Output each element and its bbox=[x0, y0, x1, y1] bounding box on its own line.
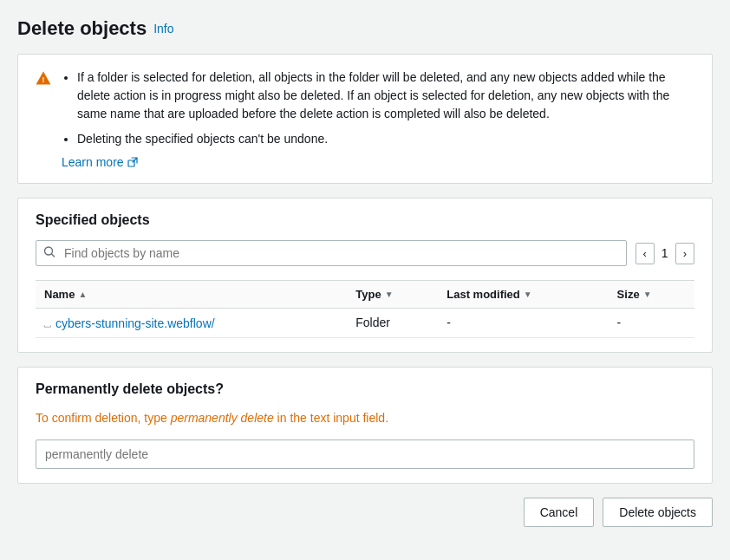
page-title: Delete objects bbox=[17, 17, 147, 40]
size-sort-icon bbox=[643, 290, 652, 299]
folder-name: cybers-stunning-site.webflow/ bbox=[55, 316, 215, 330]
type-sort-icon bbox=[385, 290, 394, 299]
col-last-modified[interactable]: Last modified bbox=[438, 281, 608, 309]
cell-last-modified: - bbox=[438, 309, 608, 338]
warning-box: ! If a folder is selected for deletion, … bbox=[36, 68, 694, 169]
next-page-button[interactable]: › bbox=[675, 243, 694, 264]
page-header: Delete objects Info bbox=[17, 17, 713, 40]
search-row: ‹ 1 › bbox=[36, 240, 694, 266]
name-sort-icon bbox=[78, 290, 87, 299]
cell-type: Folder bbox=[347, 309, 438, 338]
svg-text:!: ! bbox=[42, 75, 45, 84]
pagination-controls: ‹ 1 › bbox=[635, 243, 694, 264]
confirm-input[interactable] bbox=[36, 440, 694, 469]
confirm-text: To confirm deletion, type permanently de… bbox=[36, 409, 694, 427]
warning-icon: ! bbox=[36, 70, 51, 88]
folder-link[interactable]: ⎵ cybers-stunning-site.webflow/ bbox=[44, 316, 215, 330]
info-link[interactable]: Info bbox=[153, 22, 173, 36]
warning-content: If a folder is selected for deletion, al… bbox=[62, 68, 694, 169]
specified-objects-title: Specified objects bbox=[36, 212, 694, 228]
warning-bullet-1: If a folder is selected for deletion, al… bbox=[77, 68, 694, 123]
delete-objects-button[interactable]: Delete objects bbox=[603, 498, 713, 527]
objects-table: Name Type Last modified bbox=[36, 280, 694, 338]
folder-icon: ⎵ bbox=[44, 316, 51, 329]
warning-card: ! If a folder is selected for deletion, … bbox=[17, 54, 713, 184]
delete-confirm-title: Permanently delete objects? bbox=[36, 381, 694, 397]
search-wrapper bbox=[36, 240, 627, 266]
prev-page-button[interactable]: ‹ bbox=[635, 243, 655, 264]
cancel-button[interactable]: Cancel bbox=[524, 498, 595, 527]
delete-confirm-card: Permanently delete objects? To confirm d… bbox=[17, 367, 713, 484]
last-modified-sort-icon bbox=[524, 290, 532, 299]
cell-name: ⎵ cybers-stunning-site.webflow/ bbox=[36, 309, 347, 338]
col-size[interactable]: Size bbox=[609, 281, 694, 309]
page-number: 1 bbox=[662, 246, 668, 260]
table-row: ⎵ cybers-stunning-site.webflow/ Folder -… bbox=[36, 309, 694, 338]
search-icon bbox=[43, 246, 55, 261]
col-name[interactable]: Name bbox=[36, 281, 347, 309]
external-link-icon bbox=[127, 157, 138, 167]
action-row: Cancel Delete objects bbox=[17, 498, 713, 527]
search-input[interactable] bbox=[36, 240, 627, 266]
cell-size: - bbox=[609, 309, 694, 338]
specified-objects-card: Specified objects ‹ 1 › Name bbox=[17, 198, 713, 353]
learn-more-link[interactable]: Learn more bbox=[62, 155, 138, 169]
col-type[interactable]: Type bbox=[347, 281, 438, 309]
warning-bullet-2: Deleting the specified objects can't be … bbox=[77, 130, 694, 148]
